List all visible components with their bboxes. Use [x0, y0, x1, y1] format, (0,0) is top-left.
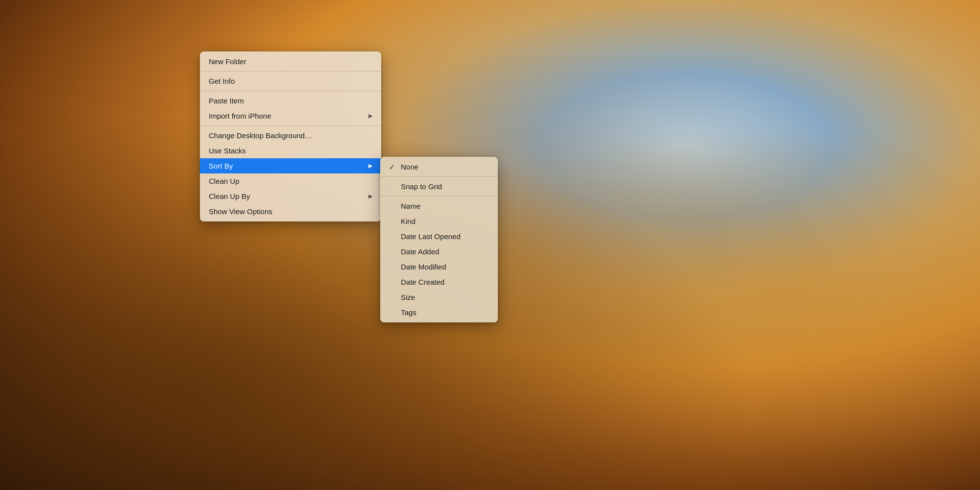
- sort-by-submenu: ✓ None Snap to Grid Name Kind Date Last …: [380, 157, 498, 322]
- submenu-item-label: Kind: [401, 217, 416, 225]
- submenu-item-label: Date Last Opened: [401, 232, 461, 241]
- menu-item-label: Get Info: [209, 77, 235, 85]
- submenu-separator-2: [380, 196, 498, 196]
- context-menu: New Folder Get Info Paste Item Import fr…: [200, 51, 381, 221]
- menu-item-label: Show View Options: [209, 207, 272, 216]
- menu-item-sort-by[interactable]: Sort By ▶: [200, 158, 381, 173]
- submenu-item-label: Date Added: [401, 247, 439, 256]
- menu-item-new-folder[interactable]: New Folder: [200, 54, 381, 69]
- submenu-item-date-last-opened[interactable]: Date Last Opened: [380, 229, 498, 244]
- submenu-arrow-icon: ▶: [368, 163, 372, 169]
- submenu-item-size[interactable]: Size: [380, 290, 498, 305]
- submenu-item-label: None: [401, 163, 418, 171]
- submenu-item-kind[interactable]: Kind: [380, 214, 498, 229]
- menu-separator-1: [200, 71, 381, 72]
- menu-item-use-stacks[interactable]: Use Stacks: [200, 143, 381, 158]
- menu-item-label: Change Desktop Background…: [209, 131, 312, 140]
- submenu-item-label: Tags: [401, 308, 416, 317]
- submenu-arrow-icon: ▶: [368, 113, 372, 119]
- checkmark-icon: ✓: [389, 163, 397, 171]
- menu-item-get-info[interactable]: Get Info: [200, 74, 381, 89]
- submenu-item-label: Date Modified: [401, 263, 446, 271]
- menu-item-clean-up[interactable]: Clean Up: [200, 173, 381, 189]
- menu-item-import-from-iphone[interactable]: Import from iPhone ▶: [200, 108, 381, 123]
- submenu-item-tags[interactable]: Tags: [380, 305, 498, 320]
- menu-item-show-view-options[interactable]: Show View Options: [200, 204, 381, 219]
- menu-item-change-desktop-background[interactable]: Change Desktop Background…: [200, 128, 381, 143]
- menu-item-label: Use Stacks: [209, 147, 246, 155]
- menu-item-clean-up-by[interactable]: Clean Up By ▶: [200, 189, 381, 204]
- submenu-item-date-added[interactable]: Date Added: [380, 244, 498, 259]
- submenu-item-label: Size: [401, 293, 415, 301]
- submenu-item-label: Date Created: [401, 278, 444, 286]
- submenu-item-date-modified[interactable]: Date Modified: [380, 259, 498, 274]
- submenu-item-snap-to-grid[interactable]: Snap to Grid: [380, 179, 498, 194]
- menu-item-label: Import from iPhone: [209, 112, 271, 120]
- menu-separator-2: [200, 91, 381, 91]
- submenu-item-date-created[interactable]: Date Created: [380, 274, 498, 290]
- submenu-separator-1: [380, 176, 498, 177]
- menu-item-label: New Folder: [209, 57, 246, 66]
- submenu-arrow-icon: ▶: [368, 193, 372, 199]
- menu-item-label: Paste Item: [209, 97, 244, 105]
- menu-item-label: Clean Up By: [209, 192, 250, 200]
- menu-item-label: Clean Up: [209, 177, 240, 185]
- submenu-item-none[interactable]: ✓ None: [380, 159, 498, 174]
- context-menu-container: New Folder Get Info Paste Item Import fr…: [200, 51, 381, 221]
- menu-item-paste-item[interactable]: Paste Item: [200, 93, 381, 108]
- submenu-item-label: Name: [401, 202, 420, 210]
- menu-item-label: Sort By: [209, 162, 233, 170]
- menu-separator-3: [200, 125, 381, 126]
- submenu-item-label: Snap to Grid: [401, 182, 442, 191]
- submenu-item-name[interactable]: Name: [380, 198, 498, 214]
